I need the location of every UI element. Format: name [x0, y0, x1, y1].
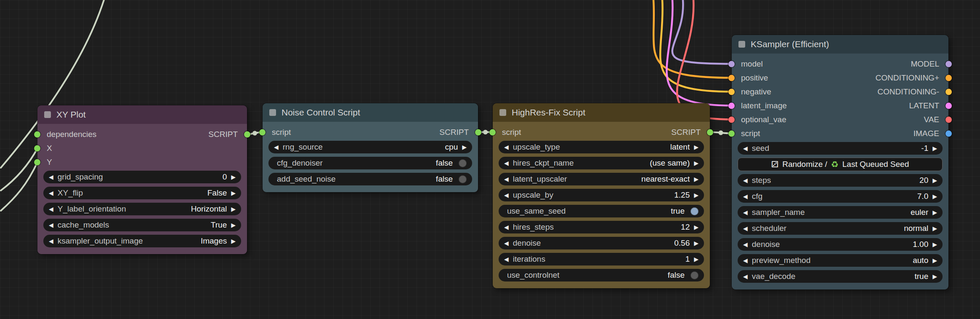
decrement-arrow-icon[interactable]: ◀ [49, 174, 53, 180]
node-ksampler-efficient[interactable]: KSampler (Efficient) model MODEL positiv… [732, 35, 948, 290]
collapse-box-icon[interactable] [269, 109, 276, 116]
output-slot-dot-script[interactable] [475, 129, 481, 135]
output-slot-dot-image[interactable] [945, 130, 952, 137]
decrement-arrow-icon[interactable]: ◀ [743, 177, 748, 183]
widget-xy-flip[interactable]: ◀ XY_flip False ▶ [43, 187, 241, 199]
increment-arrow-icon[interactable]: ▶ [932, 193, 937, 199]
toggle-knob[interactable] [691, 271, 698, 279]
increment-arrow-icon[interactable]: ▶ [932, 257, 937, 263]
widget-seed[interactable]: ◀ seed -1 ▶ [738, 142, 943, 155]
node-graph-canvas[interactable]: XY Plot dependencies SCRIPT X Y ◀ grid_s… [0, 0, 980, 319]
widget-grid-spacing[interactable]: ◀ grid_spacing 0 ▶ [43, 171, 241, 183]
decrement-arrow-icon[interactable]: ◀ [743, 145, 748, 151]
decrement-arrow-icon[interactable]: ◀ [743, 241, 748, 247]
decrement-arrow-icon[interactable]: ◀ [504, 256, 509, 262]
decrement-arrow-icon[interactable]: ◀ [743, 257, 748, 263]
input-slot-dot-script[interactable] [728, 130, 735, 137]
widget-cfg[interactable]: ◀ cfg 7.0 ▶ [738, 190, 943, 203]
decrement-arrow-icon[interactable]: ◀ [504, 176, 509, 182]
decrement-arrow-icon[interactable]: ◀ [274, 144, 279, 150]
output-slot-dot-script[interactable] [244, 131, 250, 137]
randomize-seed-button[interactable]: ⚂ Randomize / ♻ Last Queued Seed [738, 158, 943, 171]
node-header[interactable]: HighRes-Fix Script [493, 103, 710, 122]
node-noise-control-script[interactable]: Noise Control Script script SCRIPT ◀ rng… [263, 103, 478, 192]
input-slot-dot-x[interactable] [34, 145, 40, 151]
collapse-box-icon[interactable] [499, 109, 506, 116]
widget-steps[interactable]: ◀ steps 20 ▶ [738, 174, 943, 187]
increment-arrow-icon[interactable]: ▶ [932, 225, 937, 231]
increment-arrow-icon[interactable]: ▶ [694, 192, 698, 198]
collapse-box-icon[interactable] [44, 111, 51, 118]
widget-ksampler-output-image[interactable]: ◀ ksampler_output_image Images ▶ [43, 235, 241, 247]
increment-arrow-icon[interactable]: ▶ [694, 224, 698, 230]
node-header[interactable]: Noise Control Script [263, 103, 478, 122]
input-slot-dot-positive[interactable] [728, 75, 735, 81]
decrement-arrow-icon[interactable]: ◀ [49, 222, 53, 228]
widget-rng-source[interactable]: ◀ rng_source cpu ▶ [268, 141, 472, 153]
widget-preview-method[interactable]: ◀ preview_method auto ▶ [738, 254, 943, 267]
increment-arrow-icon[interactable]: ▶ [932, 273, 937, 279]
input-slot-dot-negative[interactable] [728, 88, 735, 95]
increment-arrow-icon[interactable]: ▶ [932, 241, 937, 247]
output-slot-dot-vae[interactable] [945, 116, 952, 123]
widget-sampler-name[interactable]: ◀ sampler_name euler ▶ [738, 206, 943, 219]
increment-arrow-icon[interactable]: ▶ [932, 209, 937, 215]
output-slot-dot-model[interactable] [945, 61, 952, 67]
widget-add-seed-noise[interactable]: add_seed_noise false [268, 173, 472, 185]
widget-iterations[interactable]: ◀ iterations 1 ▶ [499, 253, 704, 265]
widget-hires-steps[interactable]: ◀ hires_steps 12 ▶ [499, 221, 704, 233]
input-slot-dot-script[interactable] [259, 129, 266, 135]
node-xy-plot[interactable]: XY Plot dependencies SCRIPT X Y ◀ grid_s… [37, 105, 247, 254]
decrement-arrow-icon[interactable]: ◀ [49, 206, 53, 212]
decrement-arrow-icon[interactable]: ◀ [504, 192, 509, 198]
widget-latent-upscaler[interactable]: ◀ latent_upscaler nearest-exact ▶ [499, 173, 704, 185]
output-slot-dot-conditioning-plus[interactable] [945, 75, 952, 81]
output-slot-dot-latent[interactable] [945, 102, 952, 109]
toggle-knob[interactable] [691, 207, 698, 215]
widget-y-label-orientation[interactable]: ◀ Y_label_orientation Horizontal ▶ [43, 203, 241, 215]
input-slot-dot-dependencies[interactable] [34, 131, 40, 137]
decrement-arrow-icon[interactable]: ◀ [504, 160, 509, 166]
widget-hires-ckpt-name[interactable]: ◀ hires_ckpt_name (use same) ▶ [499, 157, 704, 169]
widget-vae-decode[interactable]: ◀ vae_decode true ▶ [738, 270, 943, 283]
increment-arrow-icon[interactable]: ▶ [231, 174, 236, 180]
decrement-arrow-icon[interactable]: ◀ [49, 190, 53, 196]
increment-arrow-icon[interactable]: ▶ [694, 176, 698, 182]
increment-arrow-icon[interactable]: ▶ [932, 177, 937, 183]
node-header[interactable]: XY Plot [37, 105, 247, 124]
output-slot-dot-script[interactable] [707, 129, 713, 135]
collapse-box-icon[interactable] [738, 41, 745, 48]
increment-arrow-icon[interactable]: ▶ [231, 206, 236, 212]
widget-use-same-seed[interactable]: use_same_seed true [499, 205, 704, 217]
decrement-arrow-icon[interactable]: ◀ [504, 224, 509, 230]
widget-upscale-type[interactable]: ◀ upscale_type latent ▶ [499, 141, 704, 153]
input-slot-dot-script[interactable] [489, 129, 496, 135]
increment-arrow-icon[interactable]: ▶ [932, 145, 937, 151]
decrement-arrow-icon[interactable]: ◀ [504, 240, 509, 246]
output-slot-dot-conditioning-minus[interactable] [945, 88, 952, 95]
decrement-arrow-icon[interactable]: ◀ [49, 238, 53, 244]
widget-cfg-denoiser[interactable]: cfg_denoiser false [268, 157, 472, 169]
widget-use-controlnet[interactable]: use_controlnet false [499, 269, 704, 281]
decrement-arrow-icon[interactable]: ◀ [504, 144, 509, 150]
widget-cache-models[interactable]: ◀ cache_models True ▶ [43, 219, 241, 231]
node-highres-fix-script[interactable]: HighRes-Fix Script script SCRIPT ◀ upsca… [493, 103, 710, 288]
increment-arrow-icon[interactable]: ▶ [231, 222, 236, 228]
decrement-arrow-icon[interactable]: ◀ [743, 209, 748, 215]
toggle-knob[interactable] [459, 159, 467, 167]
widget-denoise[interactable]: ◀ denoise 0.56 ▶ [499, 237, 704, 249]
decrement-arrow-icon[interactable]: ◀ [743, 193, 748, 199]
widget-denoise[interactable]: ◀ denoise 1.00 ▶ [738, 238, 943, 251]
decrement-arrow-icon[interactable]: ◀ [743, 273, 748, 279]
input-slot-dot-latent-image[interactable] [728, 102, 735, 109]
increment-arrow-icon[interactable]: ▶ [231, 238, 236, 244]
increment-arrow-icon[interactable]: ▶ [462, 144, 467, 150]
increment-arrow-icon[interactable]: ▶ [231, 190, 236, 196]
input-slot-dot-optional-vae[interactable] [728, 116, 735, 123]
increment-arrow-icon[interactable]: ▶ [694, 144, 698, 150]
decrement-arrow-icon[interactable]: ◀ [743, 225, 748, 231]
input-slot-dot-model[interactable] [728, 61, 735, 67]
input-slot-dot-y[interactable] [34, 159, 40, 165]
widget-upscale-by[interactable]: ◀ upscale_by 1.25 ▶ [499, 189, 704, 201]
node-header[interactable]: KSampler (Efficient) [732, 35, 948, 54]
